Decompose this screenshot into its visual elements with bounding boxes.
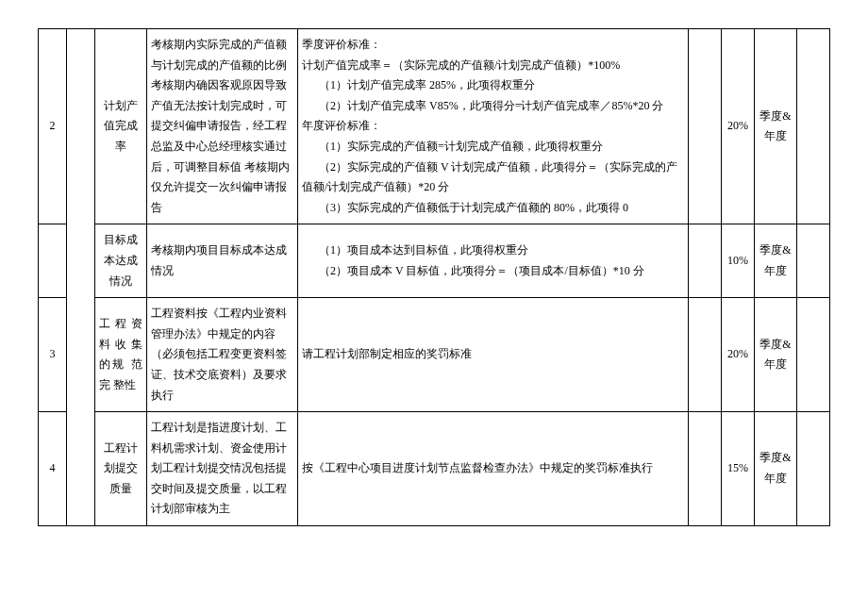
criteria-cell: （1）项目成本达到目标值，此项得权重分 （2）项目成本 V 目标值，此项得分＝（…	[298, 224, 689, 298]
criteria-line: （2）项目成本 V 目标值，此项得分＝（项目成本/目标值）*10 分	[302, 261, 684, 282]
last-cell	[797, 224, 830, 298]
indicator-cell: 工 程 资料 收 集 的规 范 完 整性	[95, 298, 147, 412]
num-cell	[39, 224, 67, 298]
blank-cell	[689, 298, 722, 412]
desc-cell: 考核期内实际完成的产值额与计划完成的产值额的比例考核期内确因客观原因导致产值无法…	[147, 29, 298, 224]
num-cell: 3	[39, 298, 67, 412]
desc-cell: 工程计划是指进度计划、工料机需求计划、资金使用计划工程计划提交情况包括提交时间及…	[147, 412, 298, 526]
last-cell	[797, 412, 830, 526]
weight-cell: 20%	[722, 298, 755, 412]
indicator-cell: 目标成本达成情况	[95, 224, 147, 298]
category-cell	[67, 29, 95, 526]
criteria-line: 年度评价标准：	[302, 119, 381, 132]
indicator-cell: 计划产值完成率	[95, 29, 147, 224]
blank-cell	[689, 224, 722, 298]
weight-cell: 10%	[722, 224, 755, 298]
criteria-line: 计划产值完成率＝（实际完成的产值额/计划完成产值额）*100%	[302, 58, 620, 72]
last-cell	[797, 298, 830, 412]
table-row: 3 工 程 资料 收 集 的规 范 完 整性 工程资料按《工程内业资料管理办法》…	[39, 298, 830, 412]
last-cell	[797, 29, 830, 224]
criteria-line: （2）实际完成的产值额 V 计划完成产值额，此项得分＝（实际完成的产值额/计划完…	[302, 158, 684, 198]
period-cell: 季度&年度	[755, 29, 797, 224]
blank-cell	[689, 29, 722, 224]
criteria-line: （3）实际完成的产值额低于计划完成产值额的 80%，此项得 0	[302, 198, 684, 219]
num-cell: 2	[39, 29, 67, 224]
criteria-cell: 按《工程中心项目进度计划节点监督检查办法》中规定的奖罚标准执行	[298, 412, 689, 526]
desc-cell: 工程资料按《工程内业资料管理办法》中规定的内容（必须包括工程变更资料签证、技术交…	[147, 298, 298, 412]
table-row: 目标成本达成情况 考核期内项目目标成本达成情况 （1）项目成本达到目标值，此项得…	[39, 224, 830, 298]
criteria-line: （1）项目成本达到目标值，此项得权重分	[302, 241, 684, 261]
weight-cell: 15%	[722, 412, 755, 526]
indicator-cell: 工程计划提交质量	[95, 412, 147, 526]
criteria-cell: 季度评价标准： 计划产值完成率＝（实际完成的产值额/计划完成产值额）*100% …	[298, 29, 689, 224]
blank-cell	[689, 412, 722, 526]
criteria-line: （1）计划产值完成率 285%，此项得权重分	[302, 75, 684, 96]
period-cell: 季度&年度	[755, 224, 797, 298]
criteria-line: 季度评价标准：	[302, 38, 381, 51]
weight-cell: 20%	[722, 29, 755, 224]
evaluation-table: 2 计划产值完成率 考核期内实际完成的产值额与计划完成的产值额的比例考核期内确因…	[38, 28, 830, 526]
table-row: 2 计划产值完成率 考核期内实际完成的产值额与计划完成的产值额的比例考核期内确因…	[39, 29, 830, 224]
num-cell: 4	[39, 412, 67, 526]
criteria-line: （2）计划产值完成率 V85%，此项得分=计划产值完成率／85%*20 分	[302, 96, 684, 117]
criteria-line: （1）实际完成的产值额=计划完成产值额，此项得权重分	[302, 137, 684, 158]
criteria-cell: 请工程计划部制定相应的奖罚标准	[298, 298, 689, 412]
period-cell: 季度&年度	[755, 298, 797, 412]
desc-cell: 考核期内项目目标成本达成情况	[147, 224, 298, 298]
table-row: 4 工程计划提交质量 工程计划是指进度计划、工料机需求计划、资金使用计划工程计划…	[39, 412, 830, 526]
period-cell: 季度&年度	[755, 412, 797, 526]
